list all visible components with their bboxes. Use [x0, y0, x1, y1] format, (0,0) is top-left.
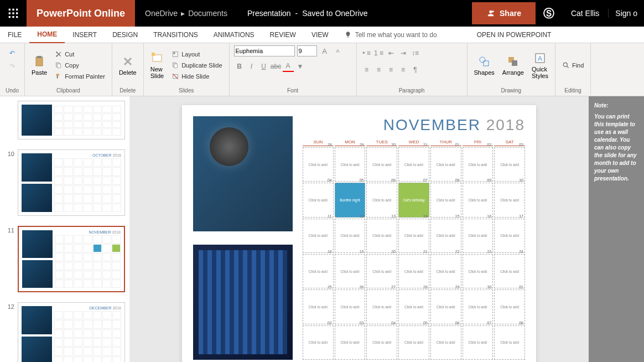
- calendar-cell[interactable]: 01Click to add: [494, 289, 525, 324]
- calendar-cell[interactable]: 04Click to add: [366, 325, 397, 360]
- breadcrumb[interactable]: OneDrive ▸ Documents: [135, 9, 237, 18]
- calendar-cell[interactable]: 30Click to add: [463, 289, 494, 324]
- notes-panel[interactable]: Note: You can print this template to use…: [589, 96, 644, 362]
- sign-out[interactable]: Sign o: [608, 9, 644, 18]
- calendar-cell[interactable]: 08Click to add: [430, 183, 461, 217]
- calendar-cell[interactable]: 02Click to add: [463, 147, 494, 182]
- slide-thumbnail[interactable]: NOVEMBER 2018: [18, 226, 125, 292]
- font-color-button[interactable]: A: [283, 61, 294, 72]
- tab-design[interactable]: DESIGN: [105, 27, 146, 43]
- tab-review[interactable]: REVIEW: [262, 27, 304, 43]
- undo-button[interactable]: ↶: [7, 48, 18, 59]
- calendar-cell[interactable]: 06Click to add: [430, 325, 461, 360]
- calendar-cell[interactable]: 23Click to add: [463, 254, 494, 288]
- calendar-cell[interactable]: 21Click to add: [398, 254, 429, 288]
- calendar-cell[interactable]: 06Click to add: [366, 183, 397, 217]
- calendar-cell[interactable]: 26Click to add: [335, 289, 366, 324]
- breadcrumb-root[interactable]: OneDrive: [145, 9, 178, 18]
- thumbnail-panel[interactable]: 10OCTOBER 201811NOVEMBER 201812DECEMBER …: [0, 96, 129, 362]
- calendar-cell[interactable]: 09Click to add: [463, 183, 494, 217]
- arrange-button[interactable]: Arrange: [500, 53, 526, 78]
- calendar-cell[interactable]: 30Click to add: [366, 147, 397, 182]
- strikethrough-button[interactable]: abc: [271, 61, 282, 72]
- calendar-cell[interactable]: 18Click to add: [303, 254, 334, 288]
- line-spacing-button[interactable]: ↕≡: [410, 48, 421, 59]
- highlight-button[interactable]: ▼: [295, 61, 306, 72]
- calendar-cell[interactable]: 04Click to add: [303, 183, 334, 217]
- app-launcher-icon[interactable]: [0, 0, 27, 27]
- tab-animations[interactable]: ANIMATIONS: [206, 27, 262, 43]
- text-direction-button[interactable]: ¶: [410, 64, 421, 75]
- calendar-cell[interactable]: 29Click to add: [430, 289, 461, 324]
- calendar-cell[interactable]: 19Click to add: [335, 254, 366, 288]
- calendar-cell[interactable]: 13Click to add: [366, 219, 397, 253]
- slide-canvas[interactable]: NOVEMBER 2018 SUNMONTUESWEDTHURFRISAT 28…: [182, 105, 536, 362]
- shrink-font-button[interactable]: A: [333, 45, 344, 56]
- calendar-cell[interactable]: 28Click to add: [303, 147, 334, 182]
- slide-image-top[interactable]: [193, 116, 293, 231]
- calendar-cell[interactable]: 31Click to add: [398, 147, 429, 182]
- tab-transitions[interactable]: TRANSITIONS: [146, 27, 206, 43]
- calendar-cell[interactable]: 17Click to add: [494, 219, 525, 253]
- calendar-cell[interactable]: 07Cat's birthday: [398, 183, 429, 217]
- italic-button[interactable]: I: [246, 61, 257, 72]
- calendar-cell[interactable]: 03Click to add: [335, 325, 366, 360]
- align-right-button[interactable]: ≡: [386, 64, 397, 75]
- align-center-button[interactable]: ≡: [373, 64, 385, 75]
- font-size-select[interactable]: [297, 45, 317, 56]
- font-name-select[interactable]: [234, 45, 295, 56]
- open-in-powerpoint[interactable]: OPEN IN POWERPOINT: [467, 31, 562, 39]
- align-left-button[interactable]: ≡: [361, 64, 372, 75]
- doc-name[interactable]: Presentation: [247, 9, 291, 18]
- slide-thumbnail[interactable]: DECEMBER 2018: [18, 302, 125, 362]
- calendar-cell[interactable]: 29Click to add: [335, 147, 366, 182]
- shapes-button[interactable]: Shapes: [472, 53, 497, 78]
- breadcrumb-folder[interactable]: Documents: [188, 9, 227, 18]
- duplicate-slide-button[interactable]: Duplicate Slide: [169, 60, 224, 70]
- calendar-cell[interactable]: 14Click to add: [398, 219, 429, 253]
- calendar-cell[interactable]: 08Click to add: [494, 325, 525, 360]
- calendar-cell[interactable]: 28Click to add: [398, 289, 429, 324]
- calendar-cell[interactable]: 11Click to add: [303, 219, 334, 253]
- slide-thumbnail[interactable]: [18, 101, 125, 139]
- calendar-cell[interactable]: 02Click to add: [303, 325, 334, 360]
- calendar-cell[interactable]: 16Click to add: [463, 219, 494, 253]
- share-button[interactable]: Share: [472, 2, 536, 24]
- tell-me[interactable]: Tell me what you want to do: [336, 31, 445, 39]
- bold-button[interactable]: B: [234, 61, 245, 72]
- calendar-cell[interactable]: 22Click to add: [430, 254, 461, 288]
- skype-icon[interactable]: Ⓢ: [536, 6, 562, 21]
- slide-thumbnail[interactable]: OCTOBER 2018: [18, 149, 125, 216]
- calendar-cell[interactable]: 03Click to add: [494, 147, 525, 182]
- cut-button[interactable]: Cut: [53, 49, 107, 59]
- calendar-cell[interactable]: 24Click to add: [494, 254, 525, 288]
- paste-button[interactable]: Paste: [29, 53, 49, 78]
- calendar-cell[interactable]: 05Click to add: [398, 325, 429, 360]
- redo-button[interactable]: ↷: [7, 61, 18, 72]
- calendar-cell[interactable]: 27Click to add: [366, 289, 397, 324]
- calendar-cell[interactable]: 12Click to add: [335, 219, 366, 253]
- calendar-cell[interactable]: 07Click to add: [463, 325, 494, 360]
- calendar-cell[interactable]: 01Click to add: [430, 147, 461, 182]
- layout-button[interactable]: Layout: [169, 49, 224, 59]
- calendar-cell[interactable]: 15Click to add: [430, 219, 461, 253]
- calendar-cell[interactable]: 10Click to add: [494, 183, 525, 217]
- tab-file[interactable]: FILE: [0, 27, 29, 43]
- format-painter-button[interactable]: Format Painter: [53, 71, 107, 81]
- numbering-button[interactable]: 1 ≡: [373, 48, 385, 59]
- delete-button[interactable]: Delete: [117, 53, 139, 78]
- increase-indent-button[interactable]: ⇥: [398, 48, 409, 59]
- tab-home[interactable]: HOME: [29, 27, 65, 43]
- copy-button[interactable]: Copy: [53, 60, 107, 70]
- hide-slide-button[interactable]: Hide Slide: [169, 71, 224, 81]
- slide-image-bottom[interactable]: [193, 245, 293, 360]
- bullets-button[interactable]: • ≡: [361, 48, 372, 59]
- calendar-cell[interactable]: 05Bonfire night: [335, 183, 366, 217]
- find-button[interactable]: Find: [560, 60, 586, 70]
- tab-insert[interactable]: INSERT: [65, 27, 105, 43]
- user-name[interactable]: Cat Ellis: [562, 9, 608, 18]
- tab-view[interactable]: VIEW: [304, 27, 336, 43]
- quick-styles-button[interactable]: AQuick Styles: [529, 49, 550, 81]
- justify-button[interactable]: ≡: [398, 64, 409, 75]
- decrease-indent-button[interactable]: ⇤: [386, 48, 397, 59]
